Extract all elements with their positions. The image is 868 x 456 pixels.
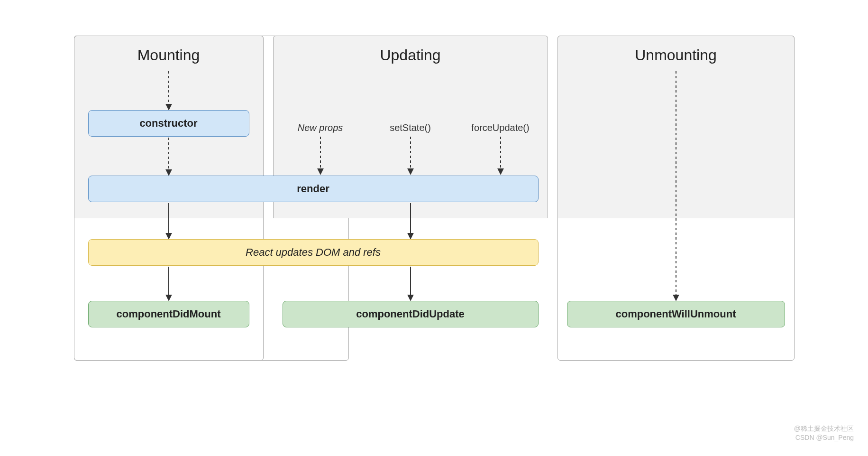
watermark: @稀土掘金技术社区 CSDN @Sun_Peng — [794, 424, 854, 443]
watermark-line2: CSDN @Sun_Peng — [794, 433, 854, 443]
did-mount-box[interactable]: componentDidMount — [88, 301, 249, 327]
unmounting-title: Unmounting — [557, 47, 795, 64]
dom-update-box: React updates DOM and refs — [88, 239, 539, 266]
watermark-line1: @稀土掘金技术社区 — [794, 424, 854, 434]
new-props-label: New props — [298, 122, 343, 133]
force-update-label: forceUpdate() — [471, 122, 529, 133]
will-unmount-box[interactable]: componentWillUnmount — [567, 301, 785, 327]
mounting-title: Mounting — [74, 47, 264, 64]
set-state-label: setState() — [390, 122, 431, 133]
render-box[interactable]: render — [88, 176, 539, 202]
constructor-box[interactable]: constructor — [88, 110, 249, 137]
lifecycle-diagram: Mounting Updating Unmounting constructor… — [74, 19, 795, 389]
did-update-box[interactable]: componentDidUpdate — [283, 301, 539, 327]
updating-title: Updating — [273, 47, 548, 64]
